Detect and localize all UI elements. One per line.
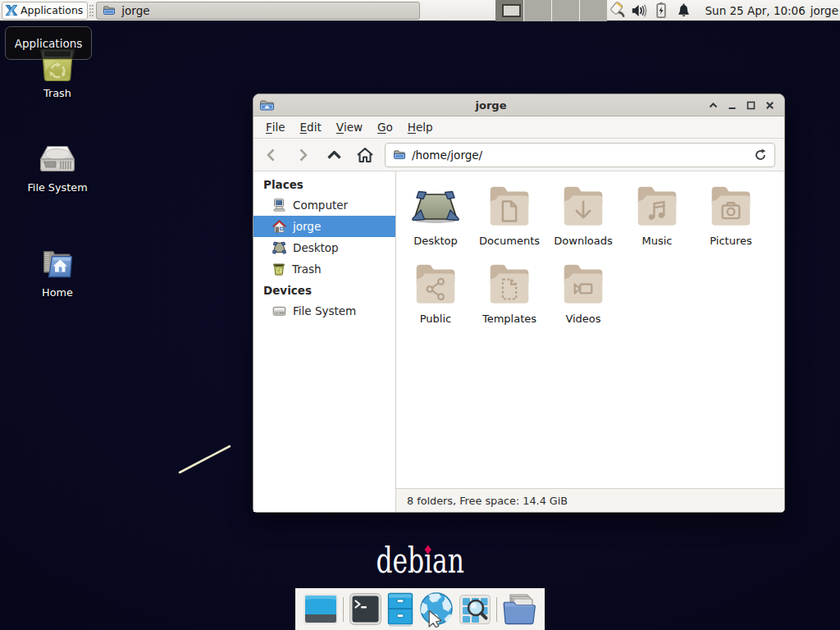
filesystem-icon (272, 304, 286, 317)
marker-icon[interactable] (609, 2, 626, 19)
task-folder-icon (103, 4, 116, 17)
folder-templates-icon (488, 262, 531, 306)
xfce-logo-icon (5, 4, 18, 16)
panel-user-label[interactable]: jorge (810, 4, 838, 17)
close-icon (765, 100, 775, 111)
sidebar: Places Computer jorge Desktop TrashDevic… (253, 171, 396, 512)
home-icon (272, 220, 286, 233)
statusbar-text: 8 folders, Free space: 14.4 GiB (407, 495, 568, 507)
folder-public-icon (414, 262, 457, 306)
battery-icon[interactable] (653, 2, 670, 19)
sidebar-item-file-system[interactable]: File System (253, 300, 395, 322)
file-item-pictures[interactable]: Pictures (694, 185, 768, 262)
notifications-icon[interactable] (675, 2, 692, 19)
dock-show-desktop-icon[interactable] (303, 592, 339, 626)
sidebar-item-label: jorge (293, 220, 321, 233)
menu-edit[interactable]: Edit (293, 116, 329, 138)
dock-files-folder-icon[interactable] (501, 592, 537, 626)
panel-clock[interactable]: Sun 25 Apr, 10:06 (705, 4, 806, 17)
filesystem-desktop-icon (18, 139, 97, 179)
sidebar-item-trash[interactable]: Trash (253, 258, 395, 280)
statusbar: 8 folders, Free space: 14.4 GiB (396, 488, 784, 512)
dock-app-finder-icon[interactable] (459, 593, 491, 626)
panel-handle[interactable] (89, 2, 94, 19)
path-folder-icon (393, 148, 406, 162)
file-item-documents[interactable]: Documents (472, 185, 546, 262)
file-item-desktop[interactable]: Desktop (399, 185, 472, 262)
desktop-icon-file-system[interactable]: File System (18, 139, 97, 194)
reload-icon[interactable] (754, 148, 767, 162)
dock-web-browser-icon[interactable] (418, 591, 454, 628)
up-button[interactable] (322, 144, 345, 167)
shade-button[interactable] (707, 99, 719, 111)
forward-button[interactable] (291, 144, 314, 167)
window-title: jorge (275, 99, 707, 112)
dock-file-cabinet-icon[interactable] (386, 592, 414, 627)
file-item-videos[interactable]: Videos (546, 262, 620, 340)
file-item-label: Downloads (554, 235, 612, 247)
bottom-dock (295, 588, 545, 630)
file-item-music[interactable]: Music (620, 185, 694, 262)
desktop-large-icon (409, 185, 462, 228)
desktop-icon-trash[interactable]: Trash (18, 45, 97, 99)
folder-music-icon (636, 185, 678, 228)
shade-icon (708, 100, 719, 111)
desktop-icon-home[interactable]: Home (18, 244, 97, 299)
dock-separator (343, 597, 344, 622)
file-item-public[interactable]: Public (399, 262, 472, 340)
sidebar-item-jorge[interactable]: jorge (253, 216, 395, 237)
file-item-label: Desktop (413, 235, 458, 247)
menu-view[interactable]: View (329, 116, 370, 138)
folder-downloads-icon (562, 185, 605, 228)
desktop-icon (272, 241, 286, 254)
taskbar-window-label: jorge (121, 4, 149, 17)
back-button[interactable] (260, 144, 283, 167)
menu-help[interactable]: Help (400, 116, 441, 138)
window-folder-icon (259, 98, 275, 112)
sidebar-header-devices: Devices (253, 280, 395, 300)
menu-file[interactable]: File (258, 116, 293, 138)
sidebar-item-label: Desktop (293, 241, 339, 254)
taskbar-window-button[interactable]: jorge (96, 2, 420, 20)
desktop-icon-label: Home (18, 286, 97, 299)
volume-icon[interactable] (631, 2, 648, 19)
maximize-icon (746, 100, 756, 111)
folder-videos-icon (562, 262, 605, 306)
path-text: /home/jorge/ (412, 148, 748, 162)
refresh-arrow-icon (754, 148, 767, 162)
file-item-label: Videos (565, 313, 600, 325)
workspace-1[interactable] (495, 0, 523, 21)
minimize-button[interactable] (726, 99, 737, 111)
menu-go[interactable]: Go (370, 116, 400, 138)
maximize-button[interactable] (745, 99, 756, 111)
computer-icon (272, 199, 286, 212)
debian-watermark: debıan (0, 544, 840, 578)
chevron-up-icon (326, 148, 342, 162)
close-button[interactable] (764, 99, 775, 111)
workspace-3[interactable] (551, 0, 579, 21)
file-manager-window: jorge FileEditViewGoHelp (253, 94, 785, 513)
sidebar-item-computer[interactable]: Computer (253, 194, 395, 216)
workspace-2[interactable] (523, 0, 551, 21)
file-item-downloads[interactable]: Downloads (546, 185, 620, 262)
dock-terminal-icon[interactable] (349, 592, 382, 626)
debian-text-prefix: deb (376, 541, 424, 581)
folder-documents-icon (488, 185, 531, 228)
home-button[interactable] (354, 144, 377, 167)
desktop-icon-label: Trash (18, 87, 97, 99)
system-tray (609, 2, 692, 19)
chevron-left-icon (264, 148, 279, 162)
chevron-right-icon (295, 148, 310, 162)
workspace-switcher[interactable] (495, 0, 607, 21)
titlebar[interactable]: jorge (253, 94, 784, 116)
file-list: Desktop Documents Downloads Music Pictur… (396, 171, 784, 488)
workspace-4[interactable] (579, 0, 607, 21)
sidebar-item-desktop[interactable]: Desktop (253, 237, 395, 258)
top-panel: Applications jorge Sun 25 Apr, 10:06 jor… (0, 0, 840, 21)
applications-menu-button[interactable]: Applications (2, 2, 88, 20)
file-item-templates[interactable]: Templates (472, 262, 546, 340)
toolbar: /home/jorge/ (253, 139, 784, 171)
location-bar[interactable]: /home/jorge/ (385, 143, 775, 167)
home-outline-icon (356, 147, 374, 163)
home-desktop-icon (18, 244, 97, 284)
